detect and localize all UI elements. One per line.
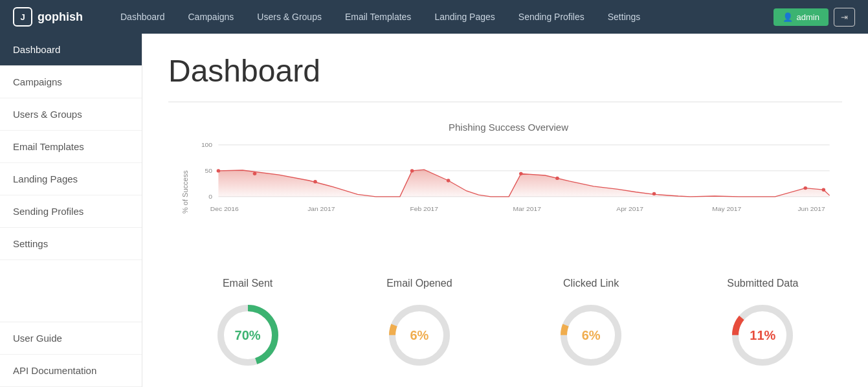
donut-submitted: 11% xyxy=(727,300,798,371)
chart-container: Phishing Success Overview % of Success 1… xyxy=(168,115,842,252)
donut-text-sent: 70% xyxy=(235,328,261,343)
donut-text-opened: 6% xyxy=(410,328,428,343)
sidebar-item-api-docs[interactable]: API Documentation xyxy=(0,355,142,387)
stat-label-clicked: Clicked Link xyxy=(563,278,619,289)
donut-email-sent: 70% xyxy=(212,300,284,371)
page-title: Dashboard xyxy=(168,53,842,89)
nav-email-templates[interactable]: Email Templates xyxy=(333,0,423,34)
stat-label-email-sent: Email Sent xyxy=(223,278,273,289)
svg-text:Dec 2016: Dec 2016 xyxy=(210,205,239,212)
svg-point-14 xyxy=(652,192,656,195)
sidebar-item-user-guide[interactable]: User Guide xyxy=(0,322,142,355)
sidebar-item-landing-pages[interactable]: Landing Pages xyxy=(0,163,142,195)
svg-text:Feb 2017: Feb 2017 xyxy=(410,205,439,212)
stat-clicked-link: Clicked Link 6% xyxy=(512,271,671,377)
stat-email-opened: Email Opened 6% xyxy=(340,271,498,377)
nav-links: Dashboard Campaigns Users & Groups Email… xyxy=(109,0,773,34)
main-content: Dashboard Phishing Success Overview % of… xyxy=(142,34,868,387)
top-navigation: J gophish Dashboard Campaigns Users & Gr… xyxy=(0,0,868,34)
donut-text-submitted: 11% xyxy=(750,328,775,343)
nav-campaigns[interactable]: Campaigns xyxy=(177,0,246,34)
svg-point-9 xyxy=(313,180,317,183)
svg-text:50: 50 xyxy=(205,168,213,175)
logo-text: gophish xyxy=(38,10,83,24)
admin-label: admin xyxy=(797,12,819,22)
svg-point-11 xyxy=(447,179,451,182)
admin-button[interactable]: 👤 admin xyxy=(773,8,829,26)
svg-point-16 xyxy=(821,188,825,192)
sidebar-item-sending-profiles[interactable]: Sending Profiles xyxy=(0,195,142,228)
stat-label-submitted: Submitted Data xyxy=(727,278,798,289)
stat-label-email-opened: Email Opened xyxy=(386,278,452,289)
nav-settings[interactable]: Settings xyxy=(596,0,652,34)
stat-submitted-data: Submitted Data 11% xyxy=(684,271,842,377)
svg-text:Jun 2017: Jun 2017 xyxy=(797,205,825,212)
svg-point-10 xyxy=(410,169,414,172)
nav-sending-profiles[interactable]: Sending Profiles xyxy=(507,0,596,34)
chart-area: 100 50 0 xyxy=(194,139,836,245)
admin-user-icon: 👤 xyxy=(783,12,793,22)
sidebar-item-campaigns[interactable]: Campaigns xyxy=(0,66,142,98)
logo[interactable]: J gophish xyxy=(13,7,83,27)
donut-email-opened: 6% xyxy=(384,300,455,371)
svg-text:May 2017: May 2017 xyxy=(712,205,742,212)
sidebar-item-dashboard[interactable]: Dashboard xyxy=(0,34,142,66)
y-axis-label: % of Success xyxy=(181,139,189,245)
svg-text:0: 0 xyxy=(208,194,212,201)
sidebar-bottom: User Guide API Documentation xyxy=(0,322,142,387)
svg-text:Jan 2017: Jan 2017 xyxy=(307,205,335,212)
chart-title: Phishing Success Overview xyxy=(181,122,836,133)
logout-button[interactable]: ⇥ xyxy=(834,8,855,27)
nav-dashboard[interactable]: Dashboard xyxy=(109,0,177,34)
svg-text:Mar 2017: Mar 2017 xyxy=(513,205,542,212)
svg-text:100: 100 xyxy=(201,142,213,149)
svg-point-15 xyxy=(803,186,807,190)
nav-users-groups[interactable]: Users & Groups xyxy=(245,0,333,34)
sidebar-item-email-templates[interactable]: Email Templates xyxy=(0,131,142,163)
divider xyxy=(168,102,842,102)
stats-row: Email Sent 70% Email Opened 6% C xyxy=(168,271,842,377)
svg-point-12 xyxy=(519,172,523,175)
logo-icon: J xyxy=(13,7,32,27)
svg-point-13 xyxy=(555,177,559,180)
chart-svg: 100 50 0 xyxy=(194,139,836,243)
donut-text-clicked: 6% xyxy=(582,328,601,343)
svg-point-8 xyxy=(253,172,257,175)
nav-right: 👤 admin ⇥ xyxy=(773,8,855,27)
sidebar-item-settings[interactable]: Settings xyxy=(0,228,142,260)
nav-landing-pages[interactable]: Landing Pages xyxy=(423,0,506,34)
chart-wrapper: % of Success 100 50 0 xyxy=(181,139,836,245)
sidebar: Dashboard Campaigns Users & Groups Email… xyxy=(0,34,142,387)
logout-icon: ⇥ xyxy=(841,12,848,22)
stat-email-sent: Email Sent 70% xyxy=(168,271,327,377)
sidebar-item-users-groups[interactable]: Users & Groups xyxy=(0,98,142,131)
svg-point-7 xyxy=(217,169,221,172)
svg-text:Apr 2017: Apr 2017 xyxy=(616,205,643,212)
donut-clicked: 6% xyxy=(555,300,627,371)
